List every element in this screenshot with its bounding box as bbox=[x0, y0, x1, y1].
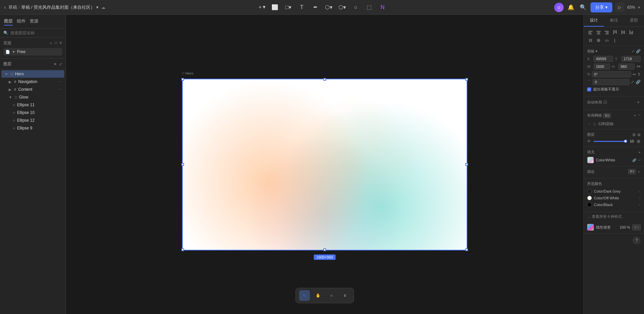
crop-tool[interactable]: ○ bbox=[351, 3, 360, 12]
resize-handle-bl[interactable] bbox=[181, 248, 184, 251]
fill-color-swatch[interactable] bbox=[587, 157, 594, 163]
add-button[interactable]: ＋▾ bbox=[257, 3, 266, 12]
play-button[interactable]: ▷ bbox=[615, 3, 624, 12]
zoom-level[interactable]: 65% bbox=[627, 5, 635, 10]
tab-prototype[interactable]: 原型 bbox=[624, 15, 644, 27]
color-item-off-white[interactable]: Color/Off White ○ bbox=[587, 196, 641, 200]
canvas-link-icon[interactable]: 🔗 bbox=[636, 49, 641, 53]
opacity-slider[interactable] bbox=[594, 141, 627, 142]
align-bottom[interactable] bbox=[628, 29, 634, 36]
corner-link-icon[interactable]: 🔗 bbox=[636, 80, 641, 84]
color-eye-icon[interactable]: ○ bbox=[639, 203, 641, 207]
link-ratio-icon[interactable]: ⇔ bbox=[637, 64, 641, 70]
boolean-tool[interactable]: ⬡▾ bbox=[324, 3, 333, 12]
layer-ellipse10[interactable]: ○ Ellipse 10 bbox=[1, 109, 64, 116]
resize-handle-bm[interactable] bbox=[323, 248, 326, 251]
page-list-icon[interactable]: □ bbox=[55, 40, 57, 46]
eye-icon[interactable]: ~ bbox=[59, 80, 61, 84]
help-button[interactable]: ? bbox=[633, 236, 641, 244]
corner-adjust-icon[interactable]: ⤢ bbox=[631, 80, 634, 84]
y-value[interactable]: 1718 bbox=[621, 56, 641, 62]
tab-design[interactable]: 设计 bbox=[584, 15, 604, 27]
fill-minus-btn[interactable]: − bbox=[638, 158, 641, 162]
tab-annotations[interactable]: 标注 bbox=[604, 15, 624, 27]
view-more-button[interactable]: … 查看所有 6 种样式 bbox=[587, 214, 622, 219]
notification-icon[interactable]: 🔔 bbox=[566, 3, 576, 12]
layer-glow[interactable]: ▼ □ Glow bbox=[1, 93, 64, 101]
stroke-add-btn[interactable]: ＋ bbox=[637, 169, 641, 174]
canvas-expand-icon[interactable]: ⤢ bbox=[632, 49, 635, 53]
layer-content[interactable]: ▶ # Content ~ bbox=[1, 86, 64, 93]
resize-handle-tr[interactable] bbox=[465, 78, 468, 81]
eye-icon[interactable]: ~ bbox=[59, 88, 61, 91]
align-center-h[interactable] bbox=[595, 29, 602, 36]
breadcrumb-dropdown[interactable]: ▾ bbox=[96, 5, 99, 10]
mask-tool[interactable]: ⬡▾ bbox=[337, 3, 347, 12]
search-icon[interactable]: 🔍 bbox=[578, 3, 588, 12]
tidy-h[interactable]: ▭ bbox=[603, 37, 610, 44]
rotation-value[interactable]: 0° bbox=[592, 71, 631, 77]
layer-search-input[interactable] bbox=[10, 31, 62, 35]
corner-value[interactable]: 0 bbox=[593, 79, 630, 85]
breadcrumb-root[interactable]: 草稿 bbox=[8, 4, 17, 10]
target-icon[interactable]: ⊕ bbox=[637, 139, 641, 144]
slice-tool[interactable]: ⬚ bbox=[364, 3, 374, 12]
flip-h-icon[interactable]: ⇔ bbox=[633, 72, 636, 77]
expand-icon[interactable]: ▶ bbox=[9, 88, 11, 91]
share-button[interactable]: 分享 ▾ bbox=[591, 2, 612, 12]
distribute-h[interactable]: ⊟ bbox=[587, 37, 594, 44]
layer-target-icon[interactable]: ⊕ bbox=[637, 132, 641, 137]
plugin-tool[interactable]: N bbox=[378, 3, 387, 12]
grid-add-icon[interactable]: ＋ bbox=[633, 113, 637, 118]
align-right[interactable] bbox=[603, 29, 610, 36]
auto-layout-add-btn[interactable]: ＋ bbox=[636, 99, 641, 105]
more-tool-button[interactable]: ≡ bbox=[339, 290, 350, 301]
flip-v-icon[interactable]: ⇕ bbox=[637, 72, 641, 77]
align-left[interactable] bbox=[587, 29, 594, 36]
frame-tool[interactable]: ⬜ bbox=[270, 3, 280, 12]
resize-handle-ml[interactable] bbox=[181, 163, 184, 166]
text-tool[interactable]: T bbox=[297, 3, 307, 12]
align-middle-v[interactable] bbox=[619, 29, 626, 36]
layer-settings-icon[interactable]: ⚙ bbox=[632, 132, 636, 137]
color-item-black[interactable]: Color/Black ○ bbox=[587, 202, 641, 207]
tidy-v[interactable]: | bbox=[611, 37, 618, 44]
layer-ellipse9[interactable]: ○ Ellipse 9 bbox=[1, 124, 64, 132]
align-top[interactable] bbox=[611, 29, 618, 36]
overflow-checkbox[interactable]: ✓ bbox=[587, 87, 591, 91]
gradient-preview[interactable] bbox=[587, 224, 594, 231]
tab-components[interactable]: 组件 bbox=[17, 17, 26, 26]
fill-add-btn[interactable]: + bbox=[639, 150, 641, 154]
layers-close-icon[interactable]: ✕ bbox=[53, 62, 57, 67]
shape-tool[interactable]: □▾ bbox=[284, 3, 293, 12]
auto-layout-info[interactable]: ⓘ bbox=[603, 100, 607, 105]
distribute-v[interactable]: ⊞ bbox=[595, 37, 602, 44]
canvas-area[interactable]: □ Hero 1600×960 ↖ ✋ ○ bbox=[66, 15, 583, 314]
w-value[interactable]: 1600 bbox=[594, 64, 610, 70]
resize-handle-tm[interactable] bbox=[323, 78, 326, 81]
eye-icon[interactable]: 👁 bbox=[587, 139, 591, 143]
color-eye-icon[interactable]: ○ bbox=[639, 196, 641, 200]
expand-icon[interactable]: ▼ bbox=[9, 95, 12, 99]
cursor-tool-button[interactable]: ↖ bbox=[299, 290, 310, 301]
layer-navigation[interactable]: ▶ # Navigation ~ bbox=[1, 78, 64, 85]
hand-tool-button[interactable]: ✋ bbox=[313, 290, 323, 301]
grid-minus-icon[interactable]: − bbox=[638, 113, 641, 118]
h-value[interactable]: 960 bbox=[618, 64, 635, 70]
comment-tool-button[interactable]: ○ bbox=[326, 290, 337, 301]
resize-handle-br[interactable] bbox=[465, 248, 468, 251]
page-item-free[interactable]: 📄 ✦ Free bbox=[3, 48, 62, 55]
add-page-icon[interactable]: ＋ bbox=[49, 40, 53, 46]
tab-layers[interactable]: 图层 bbox=[4, 17, 13, 26]
x-value[interactable]: 49599 bbox=[594, 56, 613, 62]
expand-icon[interactable]: ▼ bbox=[5, 72, 8, 76]
layer-ellipse11[interactable]: ○ Ellipse 11 bbox=[1, 101, 64, 109]
page-collapse-icon[interactable]: ∨ bbox=[59, 40, 62, 46]
resize-handle-tl[interactable] bbox=[181, 78, 184, 81]
fill-link-icon[interactable]: 🔗 bbox=[632, 158, 636, 162]
tab-assets[interactable]: 资源 bbox=[30, 17, 38, 26]
color-eye-icon[interactable]: ○ bbox=[639, 190, 641, 193]
pen-tool[interactable]: ✒ bbox=[311, 3, 320, 12]
resize-handle-mr[interactable] bbox=[465, 163, 468, 166]
back-button[interactable]: ‹ bbox=[4, 4, 6, 10]
